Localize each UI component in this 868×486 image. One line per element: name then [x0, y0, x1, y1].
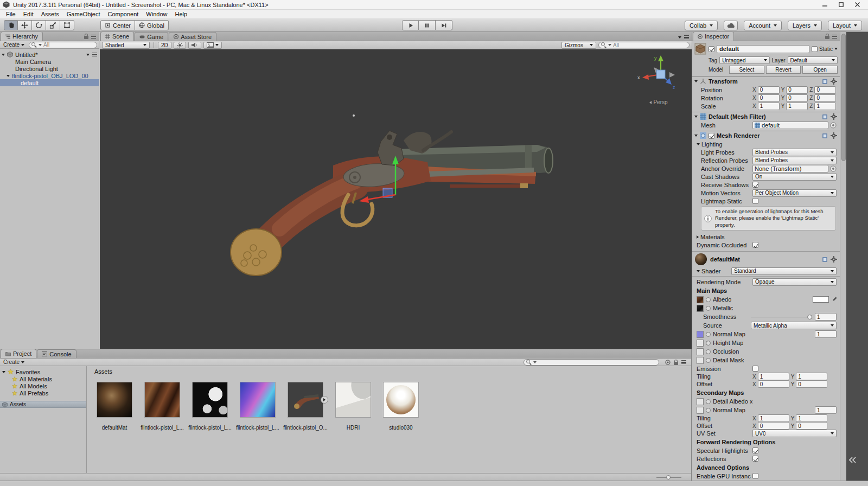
menu-assets[interactable]: Assets [37, 10, 63, 18]
smoothness-slider[interactable] [751, 313, 813, 321]
panel-menu-icon[interactable] [681, 360, 686, 364]
asset-flintlock-model[interactable]: flintlock-pistol_O... [288, 382, 323, 431]
secondary-offset-y-field[interactable]: 0 [796, 422, 827, 430]
shader-dropdown[interactable]: Standard [731, 267, 837, 275]
secondary-normal-thumb[interactable] [697, 407, 704, 414]
albedo-texture-thumb[interactable] [697, 296, 704, 303]
asset-thumbnail[interactable] [335, 382, 371, 418]
menu-component[interactable]: Component [104, 10, 142, 18]
rotation-y-field[interactable]: 0 [786, 94, 808, 102]
tag-dropdown[interactable]: Untagged [719, 56, 769, 64]
gear-icon[interactable] [831, 78, 837, 85]
asset-flintlock-texture-1[interactable]: flintlock-pistol_L... [144, 382, 180, 431]
project-create-button[interactable]: Create [2, 359, 26, 365]
active-checkbox[interactable] [709, 46, 714, 52]
scene-orientation-gizmo[interactable]: y x z [636, 53, 683, 99]
static-checkbox[interactable] [812, 46, 818, 52]
specular-highlights-checkbox[interactable] [752, 447, 758, 453]
hierarchy-item-directional-light[interactable]: Directional Light [0, 65, 99, 72]
scale-y-field[interactable]: 1 [786, 103, 808, 110]
pause-button[interactable] [419, 20, 436, 30]
panel-options-arrow-icon[interactable] [678, 36, 681, 39]
tab-asset-store[interactable]: Asset Store [169, 32, 216, 41]
hierarchy-item-main-camera[interactable]: Main Camera [0, 58, 99, 65]
gizmo-center-cube[interactable] [656, 70, 665, 79]
menu-edit[interactable]: Edit [20, 10, 37, 18]
component-enabled-checkbox[interactable] [709, 133, 714, 139]
scene-options-arrow-icon[interactable] [86, 54, 90, 56]
texture-picker-icon[interactable] [706, 358, 711, 363]
lighting-toggle-button[interactable] [174, 42, 186, 49]
rotation-x-field[interactable]: 0 [758, 94, 780, 102]
projection-mode-label[interactable]: Persp [635, 99, 682, 105]
audio-toggle-button[interactable] [188, 42, 201, 49]
effects-dropdown-button[interactable] [203, 42, 222, 49]
scrollbar-thumb[interactable] [841, 34, 846, 161]
foldout-arrow-icon[interactable] [7, 75, 10, 77]
menu-file[interactable]: File [2, 10, 20, 18]
rect-tool-button[interactable] [60, 20, 74, 30]
favorites-header[interactable]: Favorites [0, 368, 86, 375]
mesh-renderer-component-header[interactable]: Mesh Renderer [692, 131, 840, 140]
texture-picker-icon[interactable] [706, 306, 711, 311]
object-name-field[interactable]: default [717, 45, 809, 53]
model-revert-button[interactable]: Revert [766, 66, 801, 74]
lightmap-static-checkbox[interactable] [752, 198, 758, 204]
occlusion-thumb[interactable] [697, 348, 704, 355]
object-picker-icon[interactable] [830, 165, 837, 172]
secondary-tiling-y-field[interactable]: 1 [796, 414, 827, 422]
rotation-z-field[interactable]: 0 [814, 94, 836, 102]
reflection-probes-dropdown[interactable]: Blend Probes [752, 157, 837, 164]
step-button[interactable] [436, 20, 452, 30]
receive-shadows-checkbox[interactable] [752, 182, 758, 188]
texture-picker-icon[interactable] [706, 408, 711, 413]
reflections-checkbox[interactable] [752, 456, 758, 462]
texture-picker-icon[interactable] [706, 332, 711, 337]
light-probes-dropdown[interactable]: Blend Probes [752, 149, 837, 156]
mesh-object-field[interactable]: default [752, 122, 828, 129]
favorite-all-materials[interactable]: All Materials [0, 375, 86, 382]
inspector-scrollbar[interactable] [840, 32, 846, 481]
account-button[interactable]: Account [744, 21, 782, 30]
texture-picker-icon[interactable] [706, 349, 711, 354]
hierarchy-create-button[interactable]: Create [2, 42, 26, 48]
tab-game[interactable]: Game [135, 32, 168, 41]
metallic-texture-thumb[interactable] [697, 305, 704, 312]
asset-hdri[interactable]: HDRI [335, 382, 371, 431]
menu-window[interactable]: Window [142, 10, 171, 18]
tab-project[interactable]: Project [1, 349, 36, 358]
favorite-all-prefabs[interactable]: All Prefabs [0, 389, 86, 397]
lock-icon[interactable] [825, 36, 829, 39]
height-map-thumb[interactable] [697, 340, 704, 347]
slider-thumb[interactable] [807, 315, 812, 319]
emission-checkbox[interactable] [752, 366, 758, 372]
favorite-all-models[interactable]: All Models [0, 382, 86, 389]
scale-x-field[interactable]: 1 [758, 103, 780, 110]
assets-folder-row[interactable]: Assets [0, 401, 86, 408]
position-y-field[interactable]: 0 [786, 86, 808, 94]
materials-foldout[interactable]: Materials [692, 233, 840, 241]
gizmo-y-cone[interactable] [658, 55, 663, 61]
gizmo-x-cone[interactable] [642, 74, 649, 80]
anchor-override-field[interactable]: None (Transform) [752, 165, 828, 172]
normal-scale-field[interactable]: 1 [815, 330, 837, 338]
texture-picker-icon[interactable] [706, 297, 711, 302]
gpu-instancing-checkbox[interactable] [752, 473, 758, 479]
motion-vectors-dropdown[interactable]: Per Object Motion [752, 189, 837, 197]
orientation-toggle-button[interactable]: Global [135, 20, 169, 30]
asset-thumbnail[interactable] [192, 382, 228, 418]
gear-icon[interactable] [831, 113, 837, 120]
source-dropdown[interactable]: Metallic Alpha [751, 322, 837, 329]
gear-icon[interactable] [831, 256, 837, 263]
offset-y-field[interactable]: 0 [796, 380, 827, 388]
asset-thumbnail[interactable] [144, 382, 180, 418]
draw-mode-dropdown[interactable]: Shaded [102, 42, 150, 49]
dynamic-occluded-checkbox[interactable] [752, 242, 758, 248]
minimize-button[interactable] [816, 0, 833, 9]
static-options-arrow-icon[interactable] [834, 48, 838, 50]
secondary-offset-x-field[interactable]: 0 [758, 422, 789, 430]
rotate-tool-button[interactable] [32, 20, 46, 30]
close-button[interactable] [849, 0, 865, 9]
foldout-arrow-icon[interactable] [694, 80, 698, 82]
thumbnail-size-slider[interactable] [656, 475, 681, 480]
